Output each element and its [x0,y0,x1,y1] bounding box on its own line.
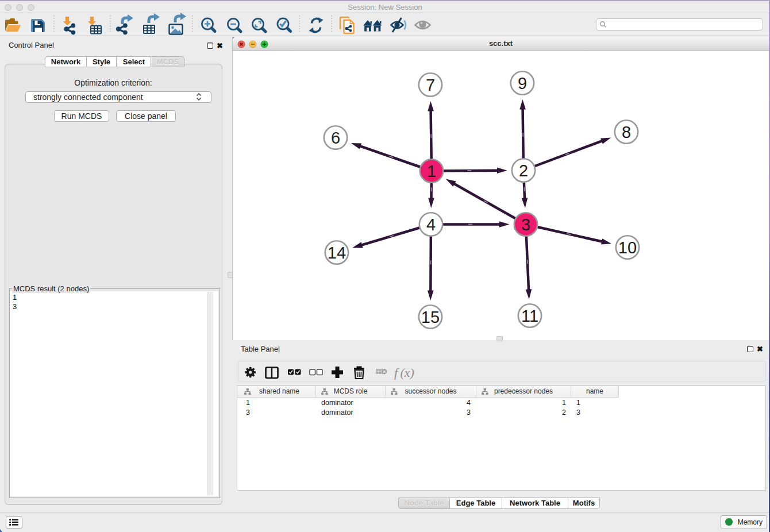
svg-text:4: 4 [426,215,436,233]
svg-text:9: 9 [518,74,527,92]
svg-text:8: 8 [622,122,631,141]
svg-text:3: 3 [521,215,530,233]
svg-text:10: 10 [618,238,637,256]
svg-text:15: 15 [421,307,440,326]
svg-text:11: 11 [521,306,538,325]
svg-text:6: 6 [331,128,340,147]
svg-text:2: 2 [519,161,528,179]
svg-text:1: 1 [427,161,436,180]
svg-text:14: 14 [328,243,346,261]
svg-text:7: 7 [426,75,435,94]
svg-text:f (x): f (x) [394,365,414,380]
